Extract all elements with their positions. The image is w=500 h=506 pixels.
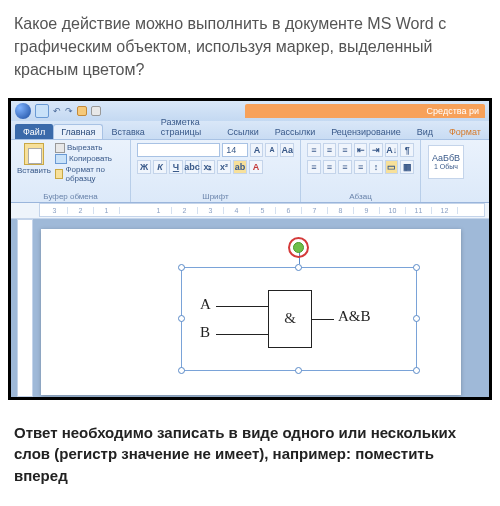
tab-references[interactable]: Ссылки — [219, 124, 267, 139]
group-paragraph: ≡ ≡ ≡ ⇤ ⇥ A↓ ¶ ≡ ≡ ≡ ≡ ↕ ▭ ▦ А — [301, 140, 421, 202]
format-painter-button[interactable]: Формат по образцу — [55, 165, 124, 183]
justify-button[interactable]: ≡ — [354, 160, 368, 174]
scissors-icon — [55, 143, 65, 153]
highlighted-marker-ring — [288, 237, 309, 258]
and-gate-box: & — [268, 290, 312, 348]
diagram-label-a: A — [200, 296, 211, 313]
paste-label: Вставить — [17, 166, 51, 175]
group-clipboard: Вставить Вырезать Копировать Формат по о… — [11, 140, 131, 202]
brush-label: Формат по образцу — [65, 165, 124, 183]
sort-button[interactable]: A↓ — [385, 143, 399, 157]
superscript-button[interactable]: x² — [217, 160, 231, 174]
tab-layout[interactable]: Разметка страницы — [153, 114, 219, 139]
vertical-ruler[interactable] — [17, 219, 33, 397]
question-text: Какое действие можно выполнить в докумен… — [0, 0, 500, 92]
borders-button[interactable]: ▦ — [400, 160, 414, 174]
change-case-button[interactable]: Aa — [280, 143, 294, 157]
bold-button[interactable]: Ж — [137, 160, 151, 174]
diagram-label-out: A&B — [338, 308, 371, 325]
font-group-label: Шрифт — [137, 191, 294, 201]
paste-icon — [24, 143, 44, 165]
align-left-button[interactable]: ≡ — [307, 160, 321, 174]
qat-undo-icon[interactable]: ↶ — [53, 106, 61, 116]
wire-a — [216, 306, 268, 308]
numbering-button[interactable]: ≡ — [323, 143, 337, 157]
grow-font-button[interactable]: A — [250, 143, 263, 157]
tab-file[interactable]: Файл — [15, 124, 53, 139]
diagram-label-b: B — [200, 324, 210, 341]
align-right-button[interactable]: ≡ — [338, 160, 352, 174]
paste-button[interactable]: Вставить — [17, 143, 51, 175]
resize-handle-w[interactable] — [178, 315, 185, 322]
word-screenshot: ↶ ↷ Средства ри Файл Главная Вставка Раз… — [8, 98, 492, 400]
qat-redo-icon[interactable]: ↷ — [65, 106, 73, 116]
resize-handle-sw[interactable] — [178, 367, 185, 374]
resize-handle-se[interactable] — [413, 367, 420, 374]
italic-button[interactable]: К — [153, 160, 167, 174]
line-spacing-button[interactable]: ↕ — [369, 160, 383, 174]
bullets-button[interactable]: ≡ — [307, 143, 321, 157]
resize-handle-s[interactable] — [295, 367, 302, 374]
horizontal-ruler[interactable]: 321 123 456 789 101112 — [11, 203, 489, 219]
multilevel-button[interactable]: ≡ — [338, 143, 352, 157]
group-styles: АаБбВ 1 Oбыч — [421, 140, 471, 202]
cut-button[interactable]: Вырезать — [55, 143, 124, 153]
qat-print-icon[interactable] — [91, 106, 101, 116]
resize-handle-e[interactable] — [413, 315, 420, 322]
tab-review[interactable]: Рецензирование — [323, 124, 409, 139]
document-area[interactable]: A B & A&B — [11, 219, 489, 397]
strike-button[interactable]: abc — [185, 160, 199, 174]
style-name: 1 Oбыч — [434, 163, 458, 170]
cut-label: Вырезать — [67, 143, 103, 152]
font-size-combo[interactable]: 14 — [222, 143, 248, 157]
align-center-button[interactable]: ≡ — [323, 160, 337, 174]
resize-handle-ne[interactable] — [413, 264, 420, 271]
clipboard-group-label: Буфер обмена — [17, 191, 124, 201]
shading-button[interactable]: ▭ — [385, 160, 399, 174]
tab-insert[interactable]: Вставка — [103, 124, 152, 139]
contextual-tab-title: Средства ри — [245, 104, 485, 118]
style-sample: АаБбВ — [432, 153, 460, 163]
copy-label: Копировать — [69, 154, 112, 163]
paragraph-group-label: Абзац — [307, 191, 414, 201]
wire-out — [312, 319, 334, 321]
style-normal[interactable]: АаБбВ 1 Oбыч — [428, 145, 464, 179]
tab-mailings[interactable]: Рассылки — [267, 124, 323, 139]
font-color-button[interactable]: A — [249, 160, 263, 174]
shrink-font-button[interactable]: A — [265, 143, 278, 157]
underline-button[interactable]: Ч — [169, 160, 183, 174]
answer-hint: Ответ необходимо записать в виде одного … — [0, 410, 500, 501]
resize-handle-nw[interactable] — [178, 264, 185, 271]
page[interactable]: A B & A&B — [41, 229, 461, 395]
copy-button[interactable]: Копировать — [55, 154, 124, 164]
subscript-button[interactable]: x₂ — [201, 160, 215, 174]
selected-object[interactable]: A B & A&B — [181, 267, 417, 371]
font-name-combo[interactable] — [137, 143, 220, 157]
increase-indent-button[interactable]: ⇥ — [369, 143, 383, 157]
qat-open-icon[interactable] — [77, 106, 87, 116]
show-marks-button[interactable]: ¶ — [400, 143, 414, 157]
tab-view[interactable]: Вид — [409, 124, 441, 139]
tab-format[interactable]: Формат — [441, 124, 489, 139]
group-font: 14 A A Aa Ж К Ч abc x₂ x² ab A Шрифт — [131, 140, 301, 202]
resize-handle-n[interactable] — [295, 264, 302, 271]
quick-access-toolbar: ↶ ↷ Средства ри — [11, 101, 489, 121]
highlight-button[interactable]: ab — [233, 160, 247, 174]
office-button-icon[interactable] — [15, 103, 31, 119]
decrease-indent-button[interactable]: ⇤ — [354, 143, 368, 157]
copy-icon — [55, 154, 67, 164]
ribbon: Вставить Вырезать Копировать Формат по о… — [11, 139, 489, 203]
brush-icon — [55, 169, 64, 179]
tab-home[interactable]: Главная — [53, 124, 103, 139]
wire-b — [216, 334, 268, 336]
ribbon-tabs: Файл Главная Вставка Разметка страницы С… — [11, 121, 489, 139]
save-icon[interactable] — [35, 104, 49, 118]
